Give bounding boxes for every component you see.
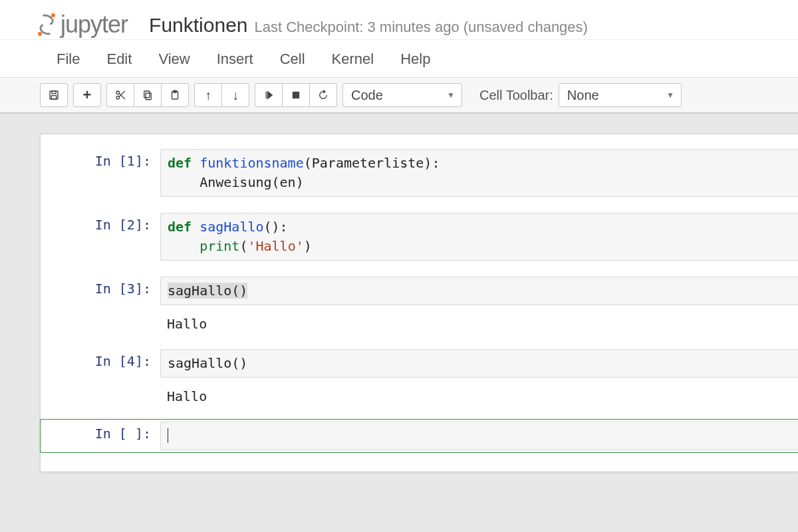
menu-file[interactable]: File [57, 51, 80, 68]
output-row: Hallo [41, 308, 798, 336]
save-icon [48, 89, 60, 101]
notebook-name[interactable]: Funktionen [149, 14, 247, 37]
output-prompt [41, 383, 160, 406]
jupyter-logo-text: jupyter [61, 11, 128, 39]
interrupt-button[interactable] [282, 83, 310, 107]
arrow-down-icon: ↓ [232, 88, 239, 103]
insert-cell-below-button[interactable]: + [73, 83, 101, 107]
move-group: ↑ ↓ [194, 83, 249, 107]
code-input[interactable]: def funktionsname(Parameterliste): Anwei… [160, 149, 798, 197]
text-cursor [168, 428, 168, 443]
svg-rect-1 [52, 91, 56, 94]
save-button[interactable] [40, 83, 68, 107]
menu-insert[interactable]: Insert [217, 51, 253, 68]
notebook: In [1]:def funktionsname(Parameterliste)… [40, 134, 798, 472]
menu-kernel[interactable]: Kernel [332, 51, 374, 68]
menu-edit[interactable]: Edit [106, 51, 132, 68]
input-prompt: In [2]: [41, 213, 160, 261]
copy-icon [142, 89, 154, 101]
code-input[interactable] [160, 422, 798, 450]
menu-view[interactable]: View [158, 51, 190, 68]
stop-icon [290, 89, 302, 101]
input-prompt: In [1]: [41, 149, 160, 197]
cell-toolbar-value: None [567, 88, 599, 103]
cell-toolbar-select[interactable]: None [559, 83, 682, 107]
input-prompt: In [3]: [41, 277, 160, 305]
svg-rect-6 [144, 91, 150, 98]
menu-cell[interactable]: Cell [280, 51, 305, 68]
move-down-button[interactable]: ↓ [221, 83, 249, 107]
svg-rect-9 [293, 92, 299, 98]
run-button[interactable] [255, 83, 283, 107]
code-cell[interactable]: In [ ]: [40, 419, 798, 453]
code-input[interactable]: def sagHallo(): print('Hallo') [160, 213, 798, 261]
paste-icon [169, 89, 181, 101]
plus-icon: + [83, 86, 92, 104]
cut-button[interactable] [106, 83, 134, 107]
code-cell[interactable]: In [3]:sagHallo() [41, 274, 798, 308]
svg-rect-5 [146, 93, 151, 100]
checkpoint-status: Last Checkpoint: 3 minutes ago (unsaved … [255, 19, 588, 36]
menu-bar: File Edit View Insert Cell Kernel Help [0, 39, 798, 77]
title-row: jupyter Funktionen Last Checkpoint: 3 mi… [0, 0, 798, 39]
code-input[interactable]: sagHallo() [160, 349, 798, 378]
cell-output: Hallo [160, 383, 798, 406]
edit-group [106, 83, 189, 107]
input-prompt: In [ ]: [41, 422, 160, 450]
restart-icon [317, 89, 329, 101]
menu-help[interactable]: Help [400, 51, 430, 68]
code-cell[interactable]: In [4]:sagHallo() [41, 346, 798, 380]
run-step-icon [263, 89, 275, 101]
cell-toolbar-label: Cell Toolbar: [479, 88, 553, 103]
header: jupyter Funktionen Last Checkpoint: 3 mi… [0, 0, 798, 114]
arrow-up-icon: ↑ [205, 88, 211, 103]
cell-type-value: Code [351, 88, 383, 103]
cell-type-select[interactable]: Code [342, 83, 462, 107]
run-group [255, 83, 337, 107]
copy-button[interactable] [134, 83, 162, 107]
move-up-button[interactable]: ↑ [194, 83, 222, 107]
code-cell[interactable]: In [2]:def sagHallo(): print('Hallo') [41, 210, 798, 263]
output-row: Hallo [41, 380, 798, 408]
input-prompt: In [4]: [41, 349, 160, 378]
code-input[interactable]: sagHallo() [160, 277, 798, 305]
code-cell[interactable]: In [1]:def funktionsname(Parameterliste)… [41, 146, 798, 200]
jupyter-logo-icon [37, 15, 57, 35]
restart-button[interactable] [309, 83, 337, 107]
toolbar: + ↑ ↓ [0, 77, 798, 113]
jupyter-logo[interactable]: jupyter [37, 11, 128, 39]
notebook-container: In [1]:def funktionsname(Parameterliste)… [0, 114, 798, 472]
scissors-icon [114, 89, 126, 101]
output-prompt [41, 311, 160, 333]
svg-rect-2 [51, 96, 57, 99]
paste-button[interactable] [161, 83, 189, 107]
cell-output: Hallo [160, 311, 798, 333]
